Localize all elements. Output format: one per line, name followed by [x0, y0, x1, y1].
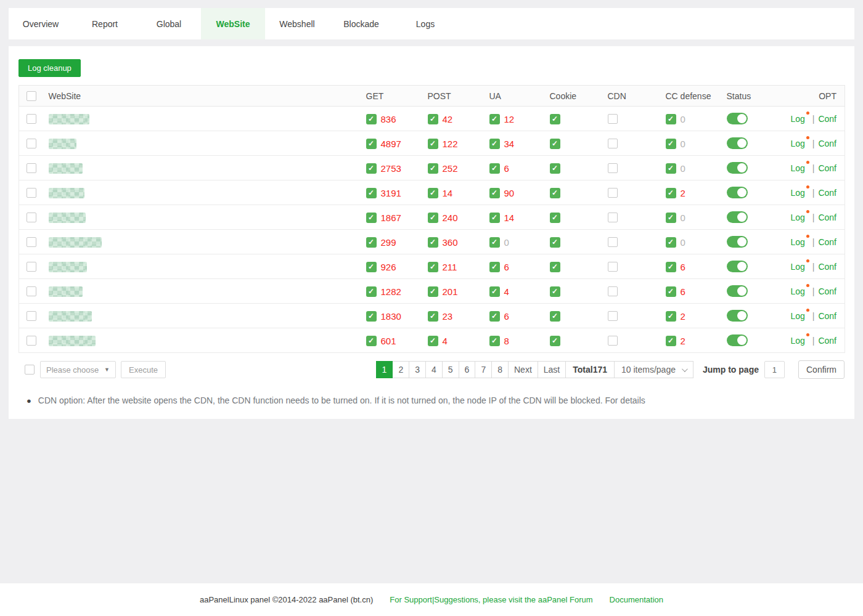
- ua-check-icon[interactable]: [489, 311, 500, 322]
- status-toggle[interactable]: [727, 137, 748, 149]
- log-link[interactable]: Log: [790, 188, 804, 198]
- log-link[interactable]: Log: [790, 114, 804, 124]
- conf-link[interactable]: Conf: [818, 286, 836, 296]
- cc-defense-check-icon[interactable]: [666, 311, 676, 322]
- bulk-select-checkbox[interactable]: [25, 365, 35, 375]
- get-check-icon[interactable]: [366, 188, 377, 198]
- ua-check-icon[interactable]: [489, 286, 500, 297]
- conf-link[interactable]: Conf: [818, 163, 836, 173]
- get-check-icon[interactable]: [366, 237, 377, 248]
- get-check-icon[interactable]: [366, 336, 377, 346]
- status-toggle[interactable]: [727, 113, 748, 124]
- cdn-checkbox[interactable]: [608, 213, 618, 222]
- status-toggle[interactable]: [727, 310, 748, 322]
- ua-check-icon[interactable]: [489, 237, 500, 248]
- cdn-checkbox[interactable]: [608, 188, 618, 198]
- log-link[interactable]: Log: [790, 286, 804, 296]
- status-toggle[interactable]: [727, 236, 748, 248]
- tab-blockade[interactable]: Blockade: [329, 8, 393, 39]
- conf-link[interactable]: Conf: [818, 262, 836, 272]
- ua-check-icon[interactable]: [489, 163, 500, 174]
- conf-link[interactable]: Conf: [818, 188, 836, 198]
- page-6[interactable]: 6: [459, 361, 476, 378]
- tab-logs[interactable]: Logs: [393, 8, 457, 39]
- conf-link[interactable]: Conf: [818, 336, 836, 346]
- cc-defense-check-icon[interactable]: [666, 139, 676, 149]
- cookie-check-icon[interactable]: [550, 139, 560, 149]
- tab-global[interactable]: Global: [137, 8, 201, 39]
- footer-support-link[interactable]: For Support|Suggestions, please visit th…: [390, 595, 592, 604]
- page-8[interactable]: 8: [491, 361, 509, 378]
- status-toggle[interactable]: [727, 162, 748, 174]
- page-2[interactable]: 2: [392, 361, 409, 378]
- cdn-checkbox[interactable]: [608, 311, 618, 321]
- get-check-icon[interactable]: [366, 262, 377, 272]
- ua-check-icon[interactable]: [489, 114, 500, 124]
- status-toggle[interactable]: [727, 261, 748, 272]
- conf-link[interactable]: Conf: [818, 114, 836, 124]
- tab-report[interactable]: Report: [73, 8, 137, 39]
- row-checkbox[interactable]: [27, 163, 36, 173]
- get-check-icon[interactable]: [366, 311, 377, 322]
- post-check-icon[interactable]: [428, 188, 438, 198]
- cookie-check-icon[interactable]: [550, 237, 560, 248]
- row-checkbox[interactable]: [27, 114, 36, 124]
- cc-defense-check-icon[interactable]: [666, 336, 676, 346]
- cookie-check-icon[interactable]: [550, 114, 560, 124]
- post-check-icon[interactable]: [428, 213, 438, 223]
- log-link[interactable]: Log: [790, 139, 804, 148]
- cookie-check-icon[interactable]: [550, 188, 560, 198]
- execute-button[interactable]: Execute: [121, 361, 166, 378]
- tab-website[interactable]: WebSite: [201, 8, 265, 39]
- cdn-checkbox[interactable]: [608, 336, 618, 346]
- row-checkbox[interactable]: [27, 311, 36, 321]
- log-link[interactable]: Log: [790, 262, 804, 272]
- post-check-icon[interactable]: [428, 163, 438, 174]
- status-toggle[interactable]: [727, 211, 748, 223]
- post-check-icon[interactable]: [428, 336, 438, 346]
- row-checkbox[interactable]: [27, 213, 36, 222]
- page-5[interactable]: 5: [442, 361, 459, 378]
- conf-link[interactable]: Conf: [818, 139, 836, 148]
- cdn-checkbox[interactable]: [608, 286, 618, 296]
- cookie-check-icon[interactable]: [550, 213, 560, 223]
- post-check-icon[interactable]: [428, 139, 438, 149]
- log-link[interactable]: Log: [790, 336, 804, 346]
- post-check-icon[interactable]: [428, 286, 438, 297]
- log-link[interactable]: Log: [790, 213, 804, 222]
- cookie-check-icon[interactable]: [550, 163, 560, 174]
- page-4[interactable]: 4: [425, 361, 443, 378]
- get-check-icon[interactable]: [366, 213, 377, 223]
- cc-defense-check-icon[interactable]: [666, 114, 676, 124]
- ua-check-icon[interactable]: [489, 139, 500, 149]
- conf-link[interactable]: Conf: [818, 311, 836, 321]
- jump-page-input[interactable]: [764, 361, 785, 378]
- row-checkbox[interactable]: [27, 262, 36, 272]
- row-checkbox[interactable]: [27, 139, 36, 148]
- conf-link[interactable]: Conf: [818, 237, 836, 247]
- post-check-icon[interactable]: [428, 262, 438, 272]
- get-check-icon[interactable]: [366, 286, 377, 297]
- last-page-button[interactable]: Last: [538, 361, 566, 378]
- post-check-icon[interactable]: [428, 114, 438, 124]
- conf-link[interactable]: Conf: [818, 213, 836, 222]
- log-link[interactable]: Log: [790, 237, 804, 247]
- cc-defense-check-icon[interactable]: [666, 213, 676, 223]
- get-check-icon[interactable]: [366, 139, 377, 149]
- post-check-icon[interactable]: [428, 237, 438, 248]
- get-check-icon[interactable]: [366, 163, 377, 174]
- row-checkbox[interactable]: [27, 188, 36, 198]
- cdn-checkbox[interactable]: [608, 114, 618, 124]
- cc-defense-check-icon[interactable]: [666, 163, 676, 174]
- cdn-checkbox[interactable]: [608, 237, 618, 247]
- confirm-button[interactable]: Confirm: [798, 360, 845, 379]
- log-link[interactable]: Log: [790, 163, 804, 173]
- post-check-icon[interactable]: [428, 311, 438, 322]
- status-toggle[interactable]: [727, 334, 748, 346]
- cdn-checkbox[interactable]: [608, 262, 618, 272]
- status-toggle[interactable]: [727, 187, 748, 198]
- cookie-check-icon[interactable]: [550, 286, 560, 297]
- ua-check-icon[interactable]: [489, 213, 500, 223]
- cc-defense-check-icon[interactable]: [666, 237, 676, 248]
- status-toggle[interactable]: [727, 285, 748, 297]
